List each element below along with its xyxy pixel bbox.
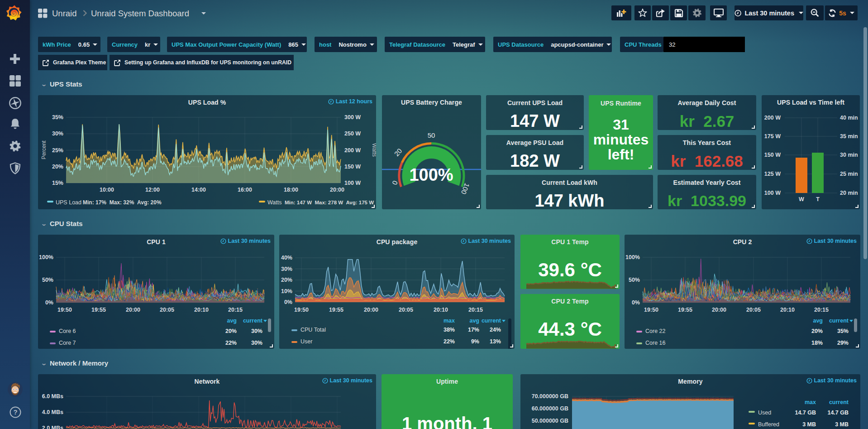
svg-text:max: max: [444, 318, 455, 324]
svg-text:current: current: [829, 318, 849, 324]
svg-text:Watts: Watts: [267, 199, 281, 206]
svg-text:14.7 GB: 14.7 GB: [827, 410, 849, 416]
svg-text:20:00: 20:00: [712, 307, 726, 313]
svg-text:20%: 20%: [225, 328, 237, 334]
svg-text:9%: 9%: [471, 338, 479, 345]
svg-text:20:05: 20:05: [746, 307, 761, 313]
svg-text:12:00: 12:00: [145, 187, 160, 193]
svg-text:30%: 30%: [281, 266, 292, 272]
svg-text:100%: 100%: [409, 165, 453, 184]
svg-text:20:15: 20:15: [814, 307, 829, 313]
svg-text:30 min: 30 min: [840, 152, 858, 158]
svg-text:30%: 30%: [52, 130, 63, 137]
svg-text:Watts: Watts: [371, 143, 376, 157]
svg-text:max: max: [805, 399, 816, 405]
svg-text:13%: 13%: [490, 338, 501, 345]
svg-text:20:00: 20:00: [126, 307, 140, 313]
svg-text:100 W: 100 W: [344, 180, 361, 186]
svg-text:20:15: 20:15: [468, 307, 483, 313]
svg-text:3 MB: 3 MB: [835, 421, 849, 428]
svg-text:19:50: 19:50: [644, 307, 658, 313]
svg-text:60.000000 GB: 60.000000 GB: [532, 405, 568, 412]
svg-text:16:00: 16:00: [238, 187, 252, 193]
svg-text:?: ?: [13, 408, 17, 416]
svg-text:20%: 20%: [811, 328, 823, 334]
svg-text:19:50: 19:50: [57, 307, 72, 313]
svg-text:20%: 20%: [52, 164, 63, 170]
svg-text:35%: 35%: [837, 328, 849, 334]
svg-text:29%: 29%: [837, 340, 849, 346]
svg-text:20:10: 20:10: [780, 307, 795, 313]
svg-text:50%: 50%: [629, 277, 640, 283]
svg-text:200 W: 200 W: [764, 115, 781, 121]
svg-text:200 W: 200 W: [344, 147, 361, 154]
svg-text:10:00: 10:00: [100, 187, 114, 193]
svg-text:20%: 20%: [281, 277, 292, 283]
svg-text:300 W: 300 W: [344, 114, 361, 121]
svg-text:17%: 17%: [468, 327, 479, 333]
svg-text:20:00: 20:00: [364, 307, 378, 313]
svg-text:19:55: 19:55: [91, 307, 106, 313]
svg-text:50%: 50%: [42, 277, 53, 283]
svg-text:Core 7: Core 7: [59, 340, 76, 346]
svg-text:18:00: 18:00: [284, 187, 298, 193]
svg-text:38%: 38%: [444, 327, 455, 333]
svg-text:10%: 10%: [281, 288, 292, 294]
svg-text:W: W: [799, 196, 804, 202]
svg-text:14:00: 14:00: [191, 187, 206, 193]
svg-text:20:05: 20:05: [399, 307, 413, 313]
svg-text:14.7 GB: 14.7 GB: [795, 410, 816, 416]
svg-text:avg: avg: [813, 318, 823, 324]
svg-text:150 W: 150 W: [764, 152, 781, 158]
svg-text:current: current: [829, 399, 849, 405]
svg-text:100%: 100%: [39, 254, 53, 260]
svg-text:175 W: 175 W: [764, 133, 781, 140]
svg-text:CPU Total: CPU Total: [300, 327, 326, 333]
svg-text:Percent: Percent: [41, 140, 47, 159]
svg-text:22%: 22%: [225, 340, 237, 346]
svg-text:20:15: 20:15: [228, 307, 243, 313]
svg-text:22%: 22%: [444, 338, 455, 345]
svg-text:50.000000 GB: 50.000000 GB: [532, 418, 568, 424]
svg-text:6.0 MBs: 6.0 MBs: [42, 393, 63, 400]
svg-text:4.0 MBs: 4.0 MBs: [42, 409, 63, 415]
svg-text:UPS Load: UPS Load: [56, 199, 81, 206]
svg-text:250 W: 250 W: [344, 130, 361, 137]
svg-text:Core 16: Core 16: [645, 340, 666, 346]
svg-text:30%: 30%: [251, 340, 262, 346]
svg-text:0%: 0%: [284, 299, 292, 305]
svg-text:100 W: 100 W: [764, 190, 781, 196]
svg-text:Used: Used: [758, 410, 771, 416]
svg-text:20: 20: [393, 147, 404, 158]
svg-text:20 min: 20 min: [840, 190, 858, 196]
svg-text:150 W: 150 W: [344, 164, 361, 170]
svg-text:18%: 18%: [811, 340, 823, 346]
svg-text:25 min: 25 min: [840, 171, 858, 177]
svg-text:24%: 24%: [490, 327, 501, 333]
svg-text:30%: 30%: [251, 328, 262, 334]
svg-text:0: 0: [391, 179, 399, 186]
svg-text:100: 100: [460, 182, 471, 196]
svg-text:125 W: 125 W: [764, 171, 781, 177]
svg-text:User: User: [300, 338, 312, 345]
svg-text:3 MB: 3 MB: [802, 421, 816, 428]
svg-text:70.000000 GB: 70.000000 GB: [532, 393, 568, 400]
svg-text:20:10: 20:10: [434, 307, 448, 313]
svg-text:20:10: 20:10: [194, 307, 209, 313]
svg-text:avg: avg: [227, 318, 237, 324]
svg-text:19:55: 19:55: [329, 307, 343, 313]
svg-text:Buffered: Buffered: [758, 421, 779, 428]
svg-text:100%: 100%: [625, 254, 640, 260]
svg-text:avg: avg: [469, 318, 479, 324]
svg-text:T: T: [816, 196, 820, 202]
svg-text:40 min: 40 min: [840, 115, 858, 121]
svg-text:35%: 35%: [52, 114, 63, 121]
svg-text:0%: 0%: [632, 299, 640, 306]
svg-text:Core 22: Core 22: [645, 328, 666, 334]
svg-text:Core 6: Core 6: [59, 328, 76, 334]
svg-text:current: current: [243, 318, 263, 324]
svg-text:0%: 0%: [45, 299, 53, 306]
svg-text:19:50: 19:50: [294, 307, 309, 313]
svg-text:50: 50: [428, 131, 435, 139]
svg-text:19:55: 19:55: [678, 307, 692, 313]
